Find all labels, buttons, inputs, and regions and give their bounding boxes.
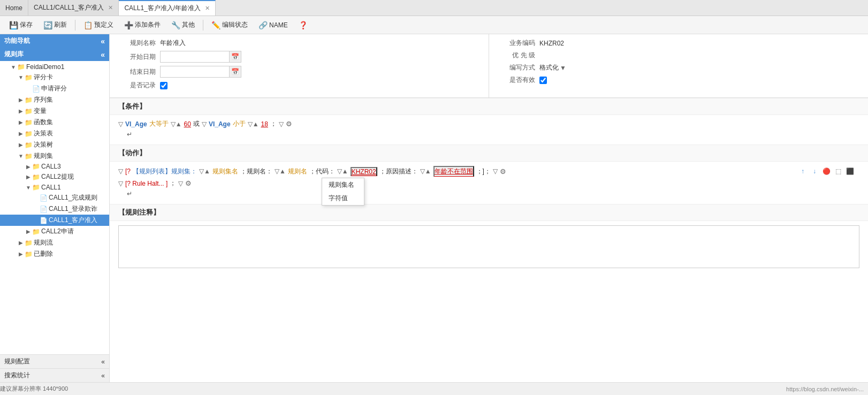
tree-item-call2txian[interactable]: ▶ 📁 CALL2提现	[0, 171, 109, 183]
act-rule-ref[interactable]: 【规则列表】规则集：	[133, 167, 197, 176]
start-date-row: 开始日期 📅	[118, 51, 480, 63]
tab-call1-kh-close[interactable]: ✕	[108, 4, 113, 11]
cond-gear[interactable]: ⚙	[286, 120, 292, 128]
end-date-picker-btn[interactable]: 📅	[230, 66, 241, 78]
refresh-button[interactable]: 🔄 刷新	[39, 18, 72, 32]
tree-item-juece[interactable]: ▶ 📁 决策表	[0, 128, 109, 139]
act-indent-arrow[interactable]: ↵	[127, 190, 132, 198]
add-condition-button[interactable]: ➕ 添加条件	[119, 18, 165, 32]
tab-home[interactable]: Home	[0, 0, 28, 16]
save-label: 保存	[20, 20, 33, 29]
sidebar-collapse-btn[interactable]: «	[101, 37, 105, 45]
tab-call1-kh-age-close[interactable]: ✕	[205, 5, 210, 12]
sidebar-search-header[interactable]: 搜索统计 «	[0, 369, 109, 382]
tree-item-bianliang[interactable]: ▶ 📁 变量	[0, 105, 109, 117]
predefine-button[interactable]: 📋 预定义	[79, 18, 118, 32]
other-button[interactable]: 🔧 其他	[166, 18, 200, 32]
tab-call1-kh-age[interactable]: CALL1_客户准入/年龄准入 ✕	[119, 0, 216, 16]
act-icon-up[interactable]: ↑	[797, 166, 808, 177]
act-val-code[interactable]: KHZR02	[351, 167, 377, 176]
tree-item-guizeliu[interactable]: ▶ 📁 规则流	[0, 237, 109, 248]
write-mode-arrow[interactable]: ▼	[560, 64, 566, 72]
act-arrow-5[interactable]: ▽▲	[420, 168, 431, 175]
refresh-label: 刷新	[54, 20, 67, 29]
folder-icon-call3: 📁	[32, 163, 40, 170]
edit-state-icon: ✏️	[211, 21, 220, 29]
dropdown-item-ruleset[interactable]: 规则集名	[322, 178, 364, 192]
tree-item-hanshu[interactable]: ▶ 📁 函数集	[0, 117, 109, 128]
act-arrow-2[interactable]: ▽▲	[199, 168, 210, 175]
end-date-input[interactable]	[160, 66, 230, 78]
act-arrow-4[interactable]: ▽▲	[337, 168, 348, 175]
help-button[interactable]: ❓	[294, 19, 313, 32]
act-val-desc[interactable]: 年龄不在范围	[433, 166, 474, 177]
record-label: 是否记录	[118, 81, 156, 90]
predefine-label: 预定义	[94, 20, 113, 29]
name-button[interactable]: 🔗 NAME	[254, 19, 293, 32]
tree-item-pingfen[interactable]: ▼ 📁 评分卡	[0, 72, 109, 83]
tree-item-call3[interactable]: ▶ 📁 CALL3	[0, 162, 109, 171]
cond-val-18[interactable]: 18	[261, 120, 268, 128]
act-icon-delete[interactable]: 🔴	[821, 166, 832, 177]
tree-item-call1-wc[interactable]: 📄 CALL1_完成规则	[0, 192, 109, 203]
act2-gear[interactable]: ⚙	[185, 179, 192, 187]
cond-arrow-4[interactable]: ▽▲	[248, 120, 259, 128]
add-condition-icon: ➕	[124, 21, 133, 29]
cond-arrow-2[interactable]: ▽▲	[171, 120, 182, 128]
record-checkbox[interactable]	[160, 82, 167, 89]
tree-item-yisc[interactable]: ▶ 📁 已删除	[0, 248, 109, 260]
biz-code-value: KHZR02	[539, 40, 564, 47]
tree-label-pingfen: 评分卡	[34, 73, 53, 82]
sidebar-config-header[interactable]: 规则配置 «	[0, 355, 109, 368]
tree-area: ▼ 📁 FeidaiDemo1 ▼ 📁 评分卡 📄 申请评分	[0, 61, 109, 354]
predefine-icon: 📋	[83, 21, 93, 29]
act-arrow-3[interactable]: ▽▲	[275, 168, 286, 175]
tree-item-call1-ljqz[interactable]: 📄 CALL1_登录欺诈	[0, 203, 109, 215]
tree-item-call1-khzr[interactable]: 📄 CALL1_客户准入	[0, 215, 109, 226]
act-arrow-1[interactable]: ▽	[118, 168, 123, 175]
edit-state-button[interactable]: ✏️ 编辑状态	[207, 18, 253, 32]
tree-item-guize[interactable]: ▼ 📁 规则集	[0, 150, 109, 162]
save-button[interactable]: 💾 保存	[4, 18, 37, 32]
priority-row: 优 先 级	[498, 51, 859, 60]
act2-arrow-2[interactable]: ▽	[178, 180, 183, 187]
add-condition-label: 添加条件	[135, 20, 161, 29]
cond-op-gte[interactable]: 大等于	[149, 119, 169, 128]
cond-op-lt[interactable]: 小于	[233, 119, 246, 128]
act-icon-copy[interactable]: ⬚	[833, 166, 843, 177]
sidebar-ruleset-collapse[interactable]: «	[101, 50, 105, 59]
tree-item-call1[interactable]: ▼ 📁 CALL1	[0, 183, 109, 192]
act-icon-down[interactable]: ↓	[809, 166, 820, 177]
valid-checkbox[interactable]	[539, 77, 547, 84]
folder-icon-juece: 📁	[25, 130, 33, 138]
help-icon: ❓	[299, 21, 308, 29]
file-icon-call1-wc: 📄	[40, 194, 48, 202]
tab-call1-kh[interactable]: CALL1/CALL1_客户准入 ✕	[28, 0, 119, 16]
cond-arrow-5[interactable]: ▽	[279, 120, 284, 128]
cond-arrow-3[interactable]: ▽	[202, 120, 207, 128]
tree-label-shenqing: 申请评分	[41, 84, 67, 93]
start-date-picker-btn[interactable]: 📅	[230, 51, 241, 63]
sidebar-nav-title: 功能导航	[4, 36, 30, 45]
tab-bar: Home CALL1/CALL1_客户准入 ✕ CALL1_客户准入/年龄准入 …	[0, 0, 868, 16]
folder-icon-jueceshu: 📁	[25, 141, 33, 149]
tree-item-call2shenq[interactable]: ▶ 📁 CALL2申请	[0, 226, 109, 237]
act-icon-paste[interactable]: ⬛	[844, 166, 855, 177]
dropdown-item-string[interactable]: 字符值	[322, 192, 364, 205]
tree-item-feidai[interactable]: ▼ 📁 FeidaiDemo1	[0, 62, 109, 72]
cond-var-age1[interactable]: VI_Age	[125, 120, 147, 128]
cond-indent-arrow[interactable]: ↵	[127, 131, 132, 138]
cond-arrow-1[interactable]: ▽	[118, 120, 123, 128]
tree-item-shenqing[interactable]: 📄 申请评分	[0, 83, 109, 94]
tree-label-call3: CALL3	[41, 163, 61, 170]
toolbar-sep-1	[75, 20, 75, 31]
tree-item-jueceshu[interactable]: ▶ 📁 决策树	[0, 139, 109, 150]
tree-item-xulie[interactable]: ▶ 📁 序列集	[0, 94, 109, 105]
cond-val-60[interactable]: 60	[184, 120, 191, 128]
act2-arrow-1[interactable]: ▽	[118, 180, 123, 187]
act-gear-1[interactable]: ⚙	[500, 168, 506, 176]
start-date-input[interactable]	[160, 51, 230, 63]
cond-var-age2[interactable]: VI_Age	[209, 120, 231, 128]
comments-textarea[interactable]	[118, 225, 859, 268]
act-arrow-6[interactable]: ▽	[493, 168, 498, 175]
